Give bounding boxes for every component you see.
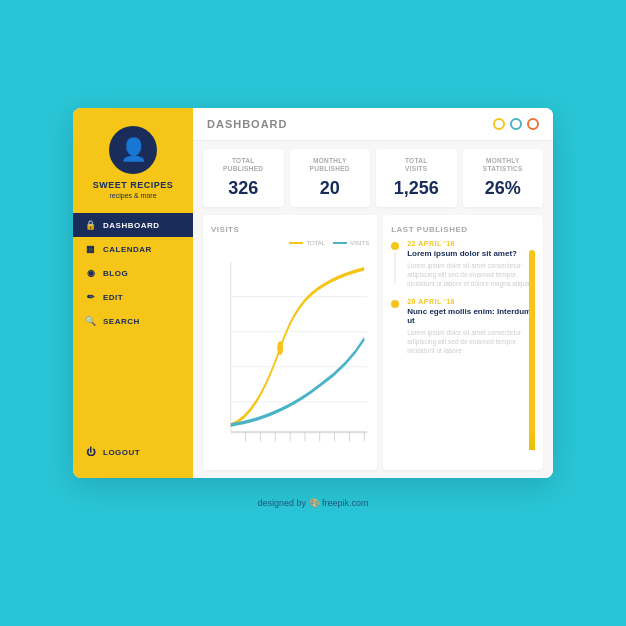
published-list: 22 APRIL '18 Lorem ipsum dolor sit amet?… [391, 240, 535, 460]
visits-panel-title: VISITS [211, 225, 369, 234]
pub-content-1: 20 APRIL '18 Nunc eget mollis enim: Inte… [407, 298, 535, 355]
pub-dot-col-1 [391, 298, 399, 308]
stat-value-monthly-statistics: 26% [469, 178, 538, 199]
nav-label-dashboard: DASHBOARD [103, 221, 160, 230]
stat-value-total-published: 326 [209, 178, 278, 199]
last-published-title: LAST PUBLISHED [391, 225, 535, 234]
visits-panel: VISITS TOTAL VISITS [203, 215, 377, 470]
last-published-panel: LAST PUBLISHED 22 APRIL '18 Lorem ipsum … [383, 215, 543, 470]
lock-icon: 🔒 [85, 220, 97, 230]
pub-dot-0 [391, 242, 399, 250]
main-header: DASHBOARD [193, 108, 553, 141]
logout-section: ⏻ LOGOUT [73, 440, 193, 478]
sidebar-nav: 🔒 DASHBOARD ▦ CALENDAR ◉ BLOG ✏ EDIT 🔍 S… [73, 213, 193, 333]
sidebar-item-edit[interactable]: ✏ EDIT [73, 285, 193, 309]
chart-area [211, 250, 369, 460]
main-content: DASHBOARD TOTALPUBLISHED 326 MONTHLYPUBL… [193, 108, 553, 478]
ctrl-dot-blue[interactable] [510, 118, 522, 130]
calendar-icon: ▦ [85, 244, 97, 254]
ctrl-dot-yellow[interactable] [493, 118, 505, 130]
sidebar-item-search[interactable]: 🔍 SEARCH [73, 309, 193, 333]
nav-label-search: SEARCH [103, 317, 140, 326]
stat-value-total-visits: 1,256 [382, 178, 451, 199]
published-item-0: 22 APRIL '18 Lorem ipsum dolor sit amet?… [391, 240, 535, 288]
brand-subtitle: recipes & more [109, 192, 156, 199]
pub-text-1: Lorem ipsum dolor sit amet consectetur a… [407, 328, 535, 355]
blog-icon: ◉ [85, 268, 97, 278]
search-icon: 🔍 [85, 316, 97, 326]
stat-label-total-published: TOTALPUBLISHED [209, 157, 278, 174]
stats-row: TOTALPUBLISHED 326 MONTHLYPUBLISHED 20 T… [193, 141, 553, 215]
logout-button[interactable]: ⏻ LOGOUT [73, 440, 193, 464]
chart-legend: TOTAL VISITS [211, 240, 369, 246]
legend-line-yellow [289, 242, 303, 244]
legend-line-blue [333, 242, 347, 244]
nav-label-logout: LOGOUT [103, 448, 140, 457]
visits-chart [211, 250, 369, 460]
svg-point-15 [277, 341, 283, 355]
pub-title-0: Lorem ipsum dolor sit amet? [407, 249, 535, 258]
sidebar-item-dashboard[interactable]: 🔒 DASHBOARD [73, 213, 193, 237]
window-controls [493, 118, 539, 130]
sidebar-item-blog[interactable]: ◉ BLOG [73, 261, 193, 285]
pub-content-0: 22 APRIL '18 Lorem ipsum dolor sit amet?… [407, 240, 535, 288]
dashboard-container: 👤 SWEET RECIPES recipes & more 🔒 DASHBOA… [73, 108, 553, 478]
published-item-1: 20 APRIL '18 Nunc eget mollis enim: Inte… [391, 298, 535, 355]
stat-value-monthly-published: 20 [296, 178, 365, 199]
footer: designed by 🎨 freepik.com [257, 498, 368, 508]
sidebar-item-calendar[interactable]: ▦ CALENDAR [73, 237, 193, 261]
stat-label-monthly-statistics: MONTHLYSTATISTICS [469, 157, 538, 174]
stat-total-published: TOTALPUBLISHED 326 [203, 149, 284, 207]
logout-icon: ⏻ [85, 447, 97, 457]
stat-monthly-statistics: MONTHLYSTATISTICS 26% [463, 149, 544, 207]
legend-label-total: TOTAL [306, 240, 325, 246]
stat-monthly-published: MONTHLYPUBLISHED 20 [290, 149, 371, 207]
nav-label-calendar: CALENDAR [103, 245, 152, 254]
pub-dot-col-0 [391, 240, 399, 283]
sidebar: 👤 SWEET RECIPES recipes & more 🔒 DASHBOA… [73, 108, 193, 478]
pub-text-0: Lorem ipsum dolor sit amet consectetur a… [407, 261, 535, 288]
brand-name: SWEET RECIPES [93, 180, 174, 190]
legend-label-visits: VISITS [350, 240, 369, 246]
pub-line-0 [394, 253, 396, 283]
pub-date-1: 20 APRIL '18 [407, 298, 535, 305]
pub-dot-1 [391, 300, 399, 308]
pencil-decoration [529, 250, 535, 450]
bottom-panels: VISITS TOTAL VISITS [193, 215, 553, 478]
nav-label-blog: BLOG [103, 269, 128, 278]
legend-visits: VISITS [333, 240, 369, 246]
user-icon: 👤 [120, 137, 147, 163]
legend-total: TOTAL [289, 240, 325, 246]
stat-total-visits: TOTALVISITS 1,256 [376, 149, 457, 207]
avatar: 👤 [109, 126, 157, 174]
stat-label-monthly-published: MONTHLYPUBLISHED [296, 157, 365, 174]
edit-icon: ✏ [85, 292, 97, 302]
stat-label-total-visits: TOTALVISITS [382, 157, 451, 174]
nav-label-edit: EDIT [103, 293, 123, 302]
ctrl-dot-orange[interactable] [527, 118, 539, 130]
page-title: DASHBOARD [207, 118, 288, 130]
pub-date-0: 22 APRIL '18 [407, 240, 535, 247]
pub-title-1: Nunc eget mollis enim: Interdum ut [407, 307, 535, 325]
